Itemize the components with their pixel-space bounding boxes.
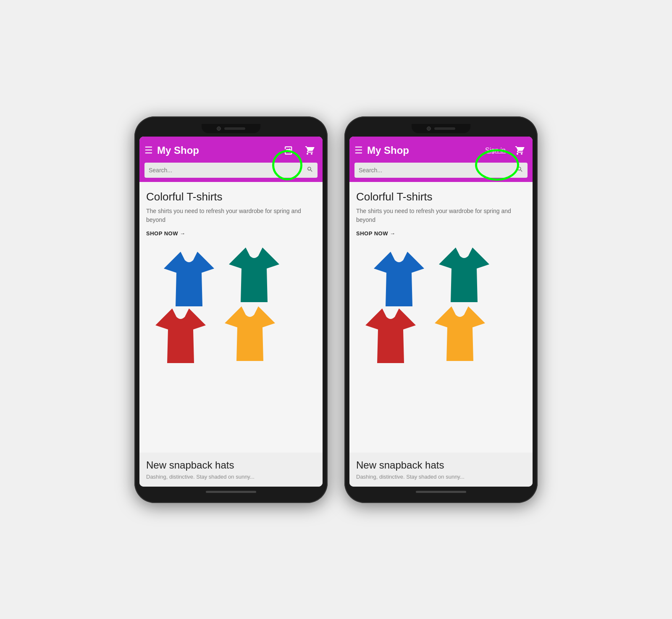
- left-search-button[interactable]: [302, 163, 318, 178]
- right-search-input[interactable]: [354, 163, 512, 177]
- right-content-area: Colorful T-shirts The shirts you need to…: [349, 182, 533, 453]
- right-header-top: ☰ My Shop Sign in: [354, 142, 528, 158]
- left-hero-title: Colorful T-shirts: [146, 190, 316, 203]
- cart-icon-right: [514, 145, 525, 155]
- right-phone-screen: ☰ My Shop Sign in: [349, 137, 533, 487]
- right-phone-wrapper: ☰ My Shop Sign in: [344, 116, 538, 503]
- right-tshirts-svg: [356, 243, 526, 378]
- left-app-header: ☰ My Shop: [139, 137, 323, 182]
- front-camera-right: [427, 126, 431, 131]
- phone-top-bar-right: [412, 124, 470, 133]
- left-tshirts-image: [146, 243, 316, 378]
- left-hero-description: The shirts you need to refresh your ward…: [146, 207, 316, 224]
- right-phone: ☰ My Shop Sign in: [344, 116, 538, 503]
- speaker-right: [434, 127, 455, 130]
- phone-top-bar-left: [202, 124, 260, 133]
- left-bottom-description: Dashing, distinctive. Stay shaded on sun…: [146, 474, 316, 480]
- left-content-area: Colorful T-shirts The shirts you need to…: [139, 182, 323, 453]
- left-search-input[interactable]: [144, 163, 302, 177]
- speaker-left: [224, 127, 245, 130]
- left-phone-bottom-bar: [206, 491, 256, 493]
- right-phone-bottom-bar: [416, 491, 466, 493]
- left-shop-now-button[interactable]: SHOP NOW →: [146, 230, 316, 237]
- left-signin-icon-button[interactable]: [282, 142, 298, 158]
- right-shop-title: My Shop: [367, 145, 478, 156]
- right-search-button[interactable]: [512, 163, 528, 178]
- signin-arrow-icon: [285, 145, 296, 156]
- left-phone: ☰ My Shop: [134, 116, 328, 503]
- left-search-bar: [144, 163, 318, 178]
- left-header-top: ☰ My Shop: [144, 142, 318, 158]
- right-hero-description: The shirts you need to refresh your ward…: [356, 207, 526, 224]
- right-search-bar: [354, 163, 528, 178]
- right-hero-section: Colorful T-shirts The shirts you need to…: [356, 190, 526, 237]
- left-bottom-title: New snapback hats: [146, 459, 316, 471]
- left-shop-title: My Shop: [157, 145, 278, 156]
- search-icon-right: [517, 166, 523, 173]
- right-app-header: ☰ My Shop Sign in: [349, 137, 533, 182]
- left-hamburger-icon[interactable]: ☰: [144, 146, 153, 155]
- right-header-actions: Sign in: [483, 142, 528, 158]
- left-phone-wrapper: ☰ My Shop: [134, 116, 328, 503]
- left-hero-section: Colorful T-shirts The shirts you need to…: [146, 190, 316, 237]
- right-bottom-description: Dashing, distinctive. Stay shaded on sun…: [356, 474, 526, 480]
- right-bottom-title: New snapback hats: [356, 459, 526, 471]
- front-camera-left: [217, 126, 221, 131]
- left-bottom-section: New snapback hats Dashing, distinctive. …: [139, 453, 323, 487]
- right-signin-text-button[interactable]: Sign in: [483, 145, 508, 156]
- left-tshirts-svg: [146, 243, 316, 378]
- right-bottom-section: New snapback hats Dashing, distinctive. …: [349, 453, 533, 487]
- search-icon-left: [307, 166, 313, 173]
- left-cart-icon-button[interactable]: [302, 142, 318, 158]
- right-shop-now-button[interactable]: SHOP NOW →: [356, 230, 526, 237]
- left-phone-screen: ☰ My Shop: [139, 137, 323, 487]
- right-cart-icon-button[interactable]: [512, 142, 528, 158]
- left-header-actions: [282, 142, 318, 158]
- right-hero-title: Colorful T-shirts: [356, 190, 526, 203]
- cart-icon-left: [304, 145, 315, 155]
- right-tshirts-image: [356, 243, 526, 378]
- right-hamburger-icon[interactable]: ☰: [354, 146, 363, 155]
